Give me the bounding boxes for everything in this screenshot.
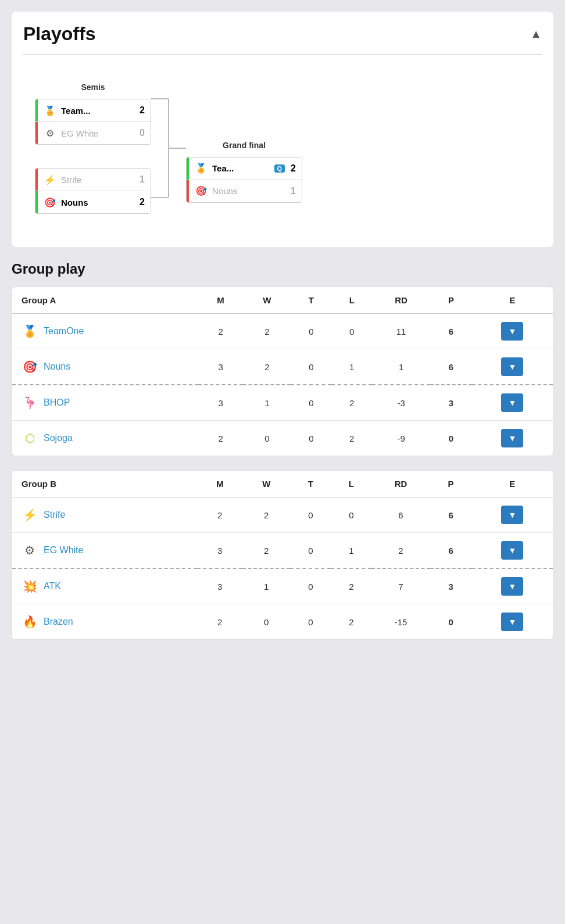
cell-w: 1	[243, 385, 291, 421]
bracket-match-2: ⚡ Strife 1 🎯 Nouns 2	[35, 168, 151, 214]
cell-rd: -15	[371, 604, 430, 640]
egwhite-logo-bracket: ⚙	[44, 127, 56, 139]
group-a-header-row: Group A M W T L RD P E	[12, 287, 553, 314]
expand-button[interactable]: ▼	[501, 322, 523, 341]
team-cell-eg white: ⚙ EG White	[12, 533, 197, 569]
bracket-team-nouns-semi: 🎯 Nouns 2	[35, 191, 151, 213]
group-a-table: Group A M W T L RD P E 🏅 TeamOne 2 2 0 0…	[12, 286, 553, 456]
col-e-b: E	[472, 471, 553, 497]
bracket-final-score-2: 1	[291, 186, 296, 196]
bracket-team-egwhite-semi: ⚙ EG White 0	[35, 122, 151, 144]
bracket-team-name-nouns: Nouns	[61, 198, 136, 207]
cell-m: 2	[197, 497, 242, 533]
bracket-team-teamone-final: 🏅 Tea... Q 2	[187, 157, 302, 180]
cell-t: 0	[291, 314, 331, 349]
cell-t: 0	[291, 349, 331, 385]
cell-m: 2	[198, 314, 244, 349]
cell-l: 2	[331, 604, 371, 640]
team-name-link[interactable]: BHOP	[44, 397, 70, 408]
cell-t: 0	[290, 568, 331, 604]
team-name-link[interactable]: Nouns	[44, 361, 70, 372]
grand-final-column: Grand final 🏅 Tea... Q 2 🎯 Nouns 1	[186, 141, 302, 203]
team-name-link[interactable]: Sojoga	[44, 433, 73, 443]
teamone-logo-bracket: 🏅	[44, 104, 56, 117]
cell-e[interactable]: ▼	[472, 604, 553, 640]
cell-p: 6	[430, 349, 472, 385]
playoffs-section: Playoffs ▲ Semis 🏅 Team... 2 ⚙ EG White …	[12, 12, 553, 247]
col-p-b: P	[430, 471, 472, 497]
expand-button[interactable]: ▼	[501, 506, 523, 524]
expand-button[interactable]: ▼	[501, 577, 523, 596]
cell-t: 0	[291, 385, 331, 421]
cell-e[interactable]: ▼	[472, 533, 553, 569]
expand-button[interactable]: ▼	[501, 429, 523, 447]
cell-rd: 2	[371, 533, 430, 569]
team-name-link[interactable]: Brazen	[44, 617, 73, 627]
table-row: ⚙ EG White 3 2 0 1 2 6 ▼	[12, 533, 553, 569]
cell-e[interactable]: ▼	[472, 349, 553, 385]
expand-button[interactable]: ▼	[501, 357, 523, 376]
cell-m: 2	[198, 421, 244, 456]
table-row: 🎯 Nouns 3 2 0 1 1 6 ▼	[12, 349, 553, 385]
cell-rd: 11	[372, 314, 430, 349]
cell-w: 0	[243, 421, 291, 456]
col-p-a: P	[430, 287, 472, 314]
playoffs-title: Playoffs	[23, 23, 95, 45]
cell-p: 3	[430, 568, 472, 604]
cell-t: 0	[290, 533, 331, 569]
qualified-badge: Q	[274, 164, 285, 173]
cell-e[interactable]: ▼	[472, 568, 553, 604]
egwhite-icon: ⚙	[22, 542, 38, 558]
expand-button[interactable]: ▼	[501, 613, 523, 631]
team-name-link[interactable]: TeamOne	[44, 326, 84, 336]
team-name-link[interactable]: ATK	[44, 581, 61, 592]
cell-l: 2	[331, 421, 372, 456]
brazen-icon: 🔥	[22, 614, 38, 630]
col-e-a: E	[472, 287, 553, 314]
cell-e[interactable]: ▼	[472, 497, 553, 533]
sojoga-icon: ⬡	[22, 430, 38, 446]
bracket-final-name-1: Tea...	[212, 163, 274, 173]
bracket-team-strife-semi: ⚡ Strife 1	[35, 169, 151, 191]
cell-l: 1	[331, 533, 371, 569]
col-w-b: W	[242, 471, 290, 497]
nouns-icon: 🎯	[22, 359, 38, 375]
bracket-final-name-2: Nouns	[212, 186, 287, 196]
connector-svg	[151, 73, 186, 224]
expand-button[interactable]: ▼	[501, 393, 523, 412]
strife-logo-bracket: ⚡	[44, 173, 56, 186]
cell-rd: 6	[371, 497, 430, 533]
cell-e[interactable]: ▼	[472, 314, 553, 349]
strife-icon: ⚡	[22, 507, 38, 523]
cell-e[interactable]: ▼	[472, 421, 553, 456]
expand-button[interactable]: ▼	[501, 541, 523, 560]
bracket-team-score-nouns: 2	[140, 197, 145, 207]
grand-final-label: Grand final	[186, 141, 302, 150]
team-cell-bhop: 🦩 BHOP	[12, 385, 198, 421]
playoffs-header: Playoffs ▲	[23, 23, 542, 55]
collapse-icon[interactable]: ▲	[530, 27, 542, 41]
cell-rd: 7	[371, 568, 430, 604]
team-name-link[interactable]: Strife	[44, 510, 65, 520]
group-play-title: Group play	[12, 261, 553, 277]
col-w-a: W	[243, 287, 291, 314]
bracket-team-name-egwhite: EG White	[61, 128, 136, 138]
team-cell-strife: ⚡ Strife	[12, 497, 197, 533]
cell-w: 2	[242, 533, 290, 569]
cell-e[interactable]: ▼	[472, 385, 553, 421]
team-cell-teamone: 🏅 TeamOne	[12, 314, 198, 349]
col-rd-a: RD	[372, 287, 430, 314]
cell-rd: -9	[372, 421, 430, 456]
col-m-a: M	[198, 287, 244, 314]
cell-p: 0	[430, 604, 472, 640]
col-l-b: L	[331, 471, 371, 497]
cell-m: 3	[197, 568, 242, 604]
team-cell-brazen: 🔥 Brazen	[12, 604, 197, 640]
team-cell-sojoga: ⬡ Sojoga	[12, 421, 198, 456]
table-row: 💥 ATK 3 1 0 2 7 3 ▼	[12, 568, 553, 604]
teamone-icon: 🏅	[22, 323, 38, 339]
table-row: ⚡ Strife 2 2 0 0 6 6 ▼	[12, 497, 553, 533]
cell-w: 2	[243, 349, 291, 385]
team-name-link[interactable]: EG White	[44, 545, 83, 556]
bracket-team-teamone-semi: 🏅 Team... 2	[35, 99, 151, 121]
